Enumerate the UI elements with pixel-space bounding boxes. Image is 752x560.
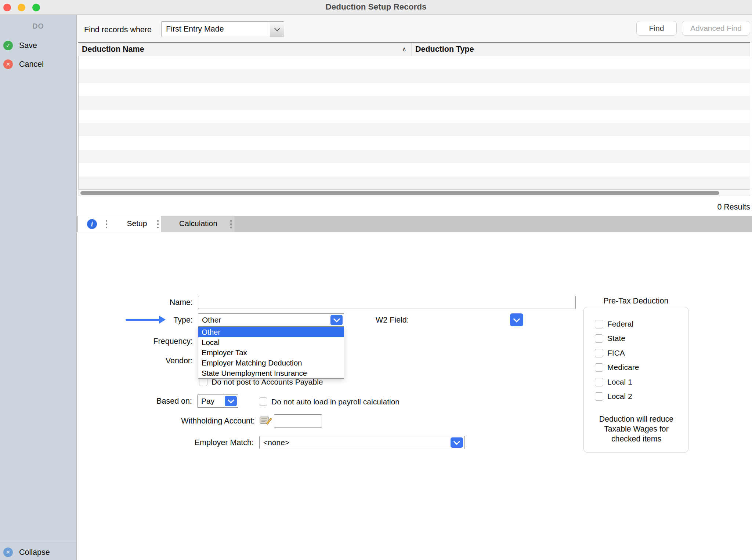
employer-match-value: <none> bbox=[260, 436, 464, 449]
pretax-panel: Federal State FICA Medicare Local 1 Loca… bbox=[583, 307, 688, 452]
save-label: Save bbox=[19, 40, 37, 51]
do-not-autoload-checkbox[interactable] bbox=[259, 397, 267, 406]
sidebar: DO ✓ Save ✕ Cancel « Collapse bbox=[0, 15, 77, 560]
pretax-checkbox-federal[interactable] bbox=[595, 320, 603, 328]
type-option-other[interactable]: Other bbox=[198, 327, 344, 337]
scrollbar-thumb[interactable] bbox=[80, 191, 719, 195]
pretax-checkbox-fica[interactable] bbox=[595, 349, 603, 357]
window-title: Deduction Setup Records bbox=[0, 0, 752, 14]
do-not-autoload-label: Do not auto load in payroll calculation bbox=[271, 397, 400, 406]
info-icon[interactable]: i bbox=[87, 219, 97, 229]
pretax-checkbox-medicare[interactable] bbox=[595, 363, 603, 372]
collapse-button[interactable]: « Collapse bbox=[3, 547, 50, 557]
check-circle-icon: ✓ bbox=[3, 41, 13, 50]
tab-calculation[interactable]: Calculation bbox=[175, 219, 221, 228]
drag-handle-icon bbox=[229, 219, 233, 229]
frequency-label: Frequency: bbox=[121, 336, 193, 346]
name-label: Name: bbox=[110, 297, 193, 308]
pretax-label-state: State bbox=[607, 333, 625, 343]
sort-ascending-icon: ∧ bbox=[402, 43, 406, 56]
vendor-label: Vendor: bbox=[121, 356, 193, 366]
collapse-chevron-icon: « bbox=[3, 548, 13, 557]
pretax-label-local-1: Local 1 bbox=[607, 377, 632, 387]
advanced-find-button[interactable]: Advanced Find bbox=[682, 21, 750, 36]
pretax-label-federal: Federal bbox=[607, 319, 633, 329]
sidebar-header: DO bbox=[0, 22, 76, 30]
drag-handle-icon bbox=[105, 219, 108, 229]
pretax-note: Deduction will reduce Taxable Wages for … bbox=[595, 414, 678, 444]
employer-match-label: Employer Match: bbox=[147, 437, 254, 448]
chevron-down-icon[interactable] bbox=[451, 437, 463, 448]
save-button[interactable]: ✓ Save bbox=[3, 40, 37, 51]
cancel-button[interactable]: ✕ Cancel bbox=[3, 59, 44, 69]
tab-segment-active: i Setup bbox=[78, 216, 161, 232]
pretax-label-medicare: Medicare bbox=[607, 362, 639, 372]
type-option-state-unemployment[interactable]: State Unemployment Insurance bbox=[198, 368, 344, 378]
type-option-employer-tax[interactable]: Employer Tax bbox=[198, 348, 344, 358]
drag-handle-icon bbox=[156, 219, 160, 229]
type-label: Type: bbox=[121, 315, 193, 325]
pretax-label-local-2: Local 2 bbox=[607, 391, 632, 401]
column-divider bbox=[412, 43, 412, 56]
panel-tab-bar: i Setup Calculation bbox=[77, 216, 752, 232]
based-on-label: Based on: bbox=[121, 396, 192, 406]
type-option-employer-matching[interactable]: Employer Matching Deduction bbox=[198, 358, 344, 368]
w2-field-label: W2 Field: bbox=[376, 315, 449, 325]
withholding-account-label: Withholding Account: bbox=[147, 416, 255, 426]
find-bar: Find records where First Entry Made Find… bbox=[77, 15, 752, 42]
type-select[interactable]: Other bbox=[198, 313, 344, 327]
pretax-title: Pre-Tax Deduction bbox=[583, 296, 688, 306]
record-filter-value: First Entry Made bbox=[162, 22, 284, 37]
collapse-label: Collapse bbox=[19, 547, 50, 557]
deduction-table-header: Deduction Name ∧ Deduction Type bbox=[78, 42, 750, 56]
chevron-down-icon bbox=[270, 22, 284, 37]
ledger-icon[interactable] bbox=[259, 415, 272, 425]
horizontal-scrollbar[interactable] bbox=[78, 190, 750, 196]
type-option-local[interactable]: Local bbox=[198, 337, 344, 348]
window-titlebar: Deduction Setup Records bbox=[0, 0, 752, 15]
pretax-checkbox-state[interactable] bbox=[595, 334, 603, 343]
column-header-deduction-type[interactable]: Deduction Type bbox=[415, 43, 474, 56]
w2-field-select-button[interactable] bbox=[510, 313, 523, 326]
employer-match-select[interactable]: <none> bbox=[259, 436, 465, 449]
name-input[interactable] bbox=[198, 296, 576, 309]
chevron-down-icon[interactable] bbox=[225, 396, 237, 406]
results-count: 0 Results bbox=[588, 202, 750, 212]
cancel-label: Cancel bbox=[19, 59, 44, 69]
find-button[interactable]: Find bbox=[636, 21, 677, 36]
find-records-label: Find records where bbox=[84, 25, 152, 35]
type-select-value: Other bbox=[198, 314, 344, 326]
deduction-table-body bbox=[78, 56, 750, 190]
withholding-account-input[interactable] bbox=[274, 414, 322, 428]
pretax-label-fica: FICA bbox=[607, 348, 625, 358]
pretax-checkbox-local-1[interactable] bbox=[595, 378, 603, 386]
sidebar-divider bbox=[0, 542, 77, 542]
tab-segment-inactive: Calculation bbox=[161, 216, 235, 232]
chevron-down-icon[interactable] bbox=[330, 315, 343, 325]
type-dropdown-menu: Other Local Employer Tax Employer Matchi… bbox=[198, 327, 344, 379]
pretax-checkbox-local-2[interactable] bbox=[595, 392, 603, 401]
column-header-deduction-name[interactable]: Deduction Name bbox=[82, 43, 144, 56]
x-circle-icon: ✕ bbox=[3, 59, 13, 69]
based-on-select[interactable]: Pay bbox=[197, 394, 238, 408]
record-filter-select[interactable]: First Entry Made bbox=[161, 21, 284, 37]
do-not-post-ap-checkbox[interactable] bbox=[199, 378, 207, 386]
tab-setup[interactable]: Setup bbox=[115, 219, 159, 228]
